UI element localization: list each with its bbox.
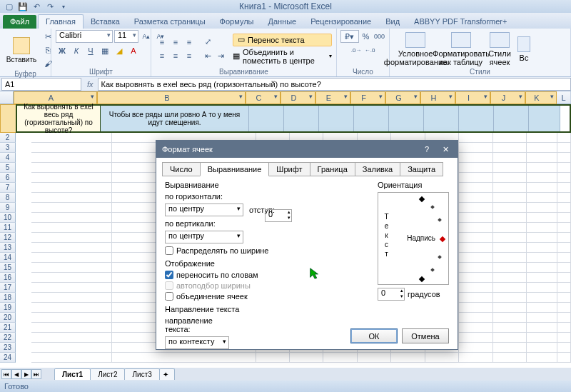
col-header-F[interactable]: F [350, 91, 385, 104]
wrap-text-button[interactable]: ▭Перенос текста [233, 34, 332, 46]
conditional-formatting-button[interactable]: Условное форматирование [394, 32, 437, 66]
new-sheet-icon[interactable]: ✦ [159, 368, 175, 380]
col-header-I[interactable]: I [455, 91, 490, 104]
tab-home[interactable]: Главная [38, 14, 84, 29]
tab-formulas[interactable]: Формулы [213, 15, 261, 29]
tab-insert[interactable]: Вставка [84, 15, 127, 29]
row-header-20[interactable]: 20 [0, 313, 16, 323]
indent-spinner[interactable]: 0 [265, 209, 292, 222]
align-middle-icon[interactable]: ≡ [169, 36, 182, 49]
cell-C1[interactable] [249, 106, 284, 131]
cell-K1[interactable] [529, 106, 560, 131]
select-all-corner[interactable] [0, 91, 14, 104]
v-align-select[interactable]: по центру [165, 231, 243, 243]
merge-center-button[interactable]: ▦Объединить и поместить в центре▾ [233, 48, 332, 65]
cell-H1[interactable] [424, 106, 459, 131]
dtab-font[interactable]: Шрифт [268, 162, 310, 176]
row-header-8[interactable]: 8 [0, 193, 16, 203]
ok-button[interactable]: ОК [350, 328, 398, 343]
dialog-titlebar[interactable]: Формат ячеек ? ✕ [156, 141, 458, 158]
merge-checkbox[interactable] [165, 292, 173, 301]
sheet-nav-next-icon[interactable]: ▶ [21, 369, 31, 379]
close-icon[interactable]: ✕ [439, 143, 452, 156]
align-right-icon[interactable]: ≡ [183, 49, 196, 62]
sheet-nav-prev-icon[interactable]: ◀ [11, 369, 21, 379]
col-header-K[interactable]: K [525, 91, 557, 104]
row-header-4[interactable]: 4 [0, 153, 16, 163]
tab-data[interactable]: Данные [261, 15, 303, 29]
undo-icon[interactable]: ↶ [31, 1, 42, 11]
col-header-C[interactable]: C [246, 91, 281, 104]
dtab-alignment[interactable]: Выравнивание [200, 162, 270, 176]
row-header-22[interactable]: 22 [0, 333, 16, 343]
cell-G1[interactable] [389, 106, 424, 131]
save-icon[interactable]: 💾 [17, 1, 29, 11]
border-icon[interactable]: ▦ [98, 44, 111, 57]
italic-icon[interactable]: К [70, 44, 83, 57]
tab-review[interactable]: Рецензирование [303, 15, 378, 29]
row-header-16[interactable]: 16 [0, 273, 16, 283]
cell-F1[interactable] [354, 106, 389, 131]
sheet-tab-3[interactable]: Лист3 [124, 368, 159, 380]
insert-cells-button[interactable]: Вс [517, 36, 531, 62]
percent-icon[interactable]: % [360, 30, 373, 43]
row-header-14[interactable]: 14 [0, 253, 16, 263]
cell-D1[interactable] [284, 106, 319, 131]
align-bottom-icon[interactable]: ≡ [183, 36, 196, 49]
row-header-6[interactable]: 6 [0, 173, 16, 183]
row-header-23[interactable]: 23 [0, 343, 16, 353]
cell-I1[interactable] [459, 106, 494, 131]
increase-decimal-icon[interactable]: .0→ [350, 44, 363, 56]
dtab-fill[interactable]: Заливка [355, 162, 400, 176]
row-header-24[interactable]: 24 [0, 353, 16, 363]
dir-select[interactable]: по контексту [165, 336, 229, 349]
col-header-J[interactable]: J [490, 91, 525, 104]
fill-color-icon[interactable]: ◢ [113, 44, 126, 57]
degrees-spinner[interactable]: 0 [378, 288, 405, 301]
font-color-icon[interactable]: A [127, 44, 140, 57]
tab-abbyy[interactable]: ABBYY PDF Transformer+ [407, 15, 514, 29]
comma-icon[interactable]: 000 [373, 30, 386, 43]
h-align-select[interactable]: по центру [165, 203, 243, 216]
format-as-table-button[interactable]: Форматировать как таблицу [440, 32, 482, 66]
align-center-icon[interactable]: ≡ [169, 49, 182, 62]
distribute-checkbox[interactable] [165, 246, 173, 255]
wrap-checkbox[interactable] [165, 271, 173, 279]
font-name-combo[interactable]: Calibri [56, 30, 113, 43]
cell-A1[interactable]: Как выровнять в exel весь ряд (горизонта… [17, 106, 101, 131]
cell-styles-button[interactable]: Стили ячеек [485, 32, 514, 66]
row-header-9[interactable]: 9 [0, 203, 16, 213]
row-header-17[interactable]: 17 [0, 283, 16, 293]
col-header-G[interactable]: G [385, 91, 420, 104]
tab-file[interactable]: Файл [3, 15, 36, 29]
sheet-nav-last-icon[interactable]: ⏭ [31, 369, 41, 379]
orientation-icon[interactable]: ⤢ [201, 36, 214, 49]
redo-icon[interactable]: ↷ [44, 1, 56, 11]
tab-view[interactable]: Вид [378, 15, 407, 29]
row-header-11[interactable]: 11 [0, 223, 16, 233]
qat-dropdown-icon[interactable]: ▾ [58, 1, 69, 11]
underline-icon[interactable]: Ч [84, 44, 97, 57]
row-header-2[interactable]: 2 [0, 133, 16, 143]
cell-B1[interactable]: Чтобы все ряды шли ровно А то у меня иду… [101, 106, 249, 131]
sheet-tab-2[interactable]: Лист2 [90, 368, 125, 380]
fx-icon[interactable]: fx [83, 80, 98, 89]
cell-E1[interactable] [319, 106, 354, 131]
row-header-3[interactable]: 3 [0, 143, 16, 153]
tab-layout[interactable]: Разметка страницы [127, 15, 213, 29]
sheet-tab-1[interactable]: Лист1 [54, 368, 91, 380]
col-header-D[interactable]: D [281, 91, 315, 104]
row-header-15[interactable]: 15 [0, 263, 16, 273]
paste-button[interactable]: Вставить [4, 36, 39, 65]
row-header-19[interactable]: 19 [0, 303, 16, 313]
name-box[interactable]: A1 [1, 78, 81, 91]
sheet-nav-first-icon[interactable]: ⏮ [1, 369, 11, 379]
align-left-icon[interactable]: ≡ [156, 49, 168, 62]
col-header-E[interactable]: E [315, 91, 350, 104]
orientation-control[interactable]: Текст Надпись [378, 192, 449, 285]
row-header-12[interactable]: 12 [0, 233, 16, 243]
bold-icon[interactable]: Ж [56, 44, 69, 57]
decrease-decimal-icon[interactable]: ←.0 [363, 44, 376, 56]
currency-icon[interactable]: ₽▾ [340, 30, 359, 43]
row-header-10[interactable]: 10 [0, 213, 16, 223]
